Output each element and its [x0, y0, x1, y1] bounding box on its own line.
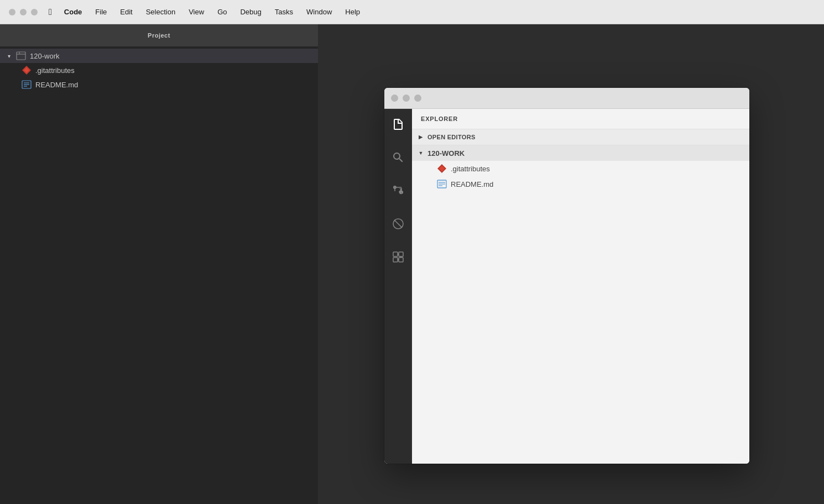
project-label: Project	[148, 32, 170, 39]
inner-close-button[interactable]	[391, 95, 398, 102]
work-section: ▼ 120-WORK .gitattributes	[412, 145, 749, 192]
activity-bar	[384, 109, 412, 464]
apple-menu-icon[interactable]: 	[49, 7, 52, 17]
menu-help[interactable]: Help	[340, 7, 366, 17]
work-root-header[interactable]: ▼ 120-WORK	[412, 145, 749, 161]
svg-rect-16	[393, 252, 398, 256]
root-folder-icon	[15, 50, 27, 61]
project-panel-header: Project	[0, 24, 318, 46]
root-label: 120-work	[30, 52, 59, 60]
explorer-readme-row[interactable]: README.md	[412, 176, 749, 192]
tree-item-gitattributes[interactable]: .gitattributes	[0, 63, 318, 77]
menu-tasks[interactable]: Tasks	[269, 7, 299, 17]
menu-debug[interactable]: Debug	[234, 7, 267, 17]
project-tree: ▾ 120-work	[0, 46, 318, 504]
explorer-header: EXPLORER	[412, 109, 749, 129]
left-panel: Project ▾ 120-work	[0, 24, 318, 504]
work-chevron-icon: ▼	[416, 149, 425, 158]
readme-label: README.md	[35, 81, 78, 89]
open-editors-chevron-icon: ▶	[416, 133, 425, 141]
explorer-gitattributes-label: .gitattributes	[451, 165, 490, 173]
explorer-gitattributes-icon	[436, 163, 447, 174]
inner-body: EXPLORER ▶ OPEN EDITORS ▼ 120-WORK	[384, 109, 749, 464]
traffic-lights	[9, 9, 38, 15]
inner-maximize-button[interactable]	[414, 95, 421, 102]
activity-extensions-icon[interactable]	[388, 247, 408, 267]
gitattributes-label: .gitattributes	[35, 66, 75, 75]
svg-line-15	[394, 220, 402, 228]
svg-rect-19	[399, 258, 403, 262]
explorer-readme-label: README.md	[451, 180, 493, 188]
maximize-button[interactable]	[31, 9, 38, 15]
minimize-button[interactable]	[20, 9, 27, 15]
menu-bar:  Code File Edit Selection View Go Debug…	[49, 7, 815, 17]
main-content: Project ▾ 120-work	[0, 24, 824, 504]
tree-item-readme[interactable]: README.md	[0, 77, 318, 92]
readme-icon	[21, 79, 32, 90]
open-editors-header[interactable]: ▶ OPEN EDITORS	[412, 129, 749, 145]
menu-go[interactable]: Go	[212, 7, 232, 17]
svg-rect-0	[17, 52, 25, 60]
activity-explorer-icon[interactable]	[388, 114, 408, 134]
activity-debug-icon[interactable]	[388, 214, 408, 234]
root-chevron-icon: ▾	[4, 51, 13, 60]
menu-window[interactable]: Window	[301, 7, 337, 17]
svg-point-9	[394, 187, 395, 188]
open-editors-section: ▶ OPEN EDITORS	[412, 129, 749, 145]
open-editors-label: OPEN EDITORS	[427, 134, 476, 140]
gitattributes-icon	[21, 65, 32, 76]
tree-root-item[interactable]: ▾ 120-work	[0, 49, 318, 63]
menu-view[interactable]: View	[183, 7, 210, 17]
inner-titlebar	[384, 88, 749, 109]
activity-search-icon[interactable]	[388, 148, 408, 167]
right-area: EXPLORER ▶ OPEN EDITORS ▼ 120-WORK	[318, 24, 824, 504]
explorer-readme-icon	[436, 179, 447, 190]
close-button[interactable]	[9, 9, 15, 15]
menu-file[interactable]: File	[90, 7, 112, 17]
activity-git-icon[interactable]	[388, 181, 408, 201]
svg-point-11	[394, 190, 395, 191]
work-root-label: 120-WORK	[427, 149, 465, 158]
explorer-title: EXPLORER	[421, 116, 458, 122]
inner-minimize-button[interactable]	[403, 95, 410, 102]
explorer-sidebar: EXPLORER ▶ OPEN EDITORS ▼ 120-WORK	[412, 109, 749, 464]
inner-vscode-window: EXPLORER ▶ OPEN EDITORS ▼ 120-WORK	[384, 88, 749, 464]
explorer-gitattributes-row[interactable]: .gitattributes	[412, 161, 749, 176]
menu-selection[interactable]: Selection	[140, 7, 181, 17]
menu-edit[interactable]: Edit	[114, 7, 138, 17]
svg-rect-17	[399, 252, 403, 256]
titlebar:  Code File Edit Selection View Go Debug…	[0, 0, 824, 24]
svg-rect-18	[393, 258, 398, 262]
menu-code[interactable]: Code	[59, 7, 88, 17]
